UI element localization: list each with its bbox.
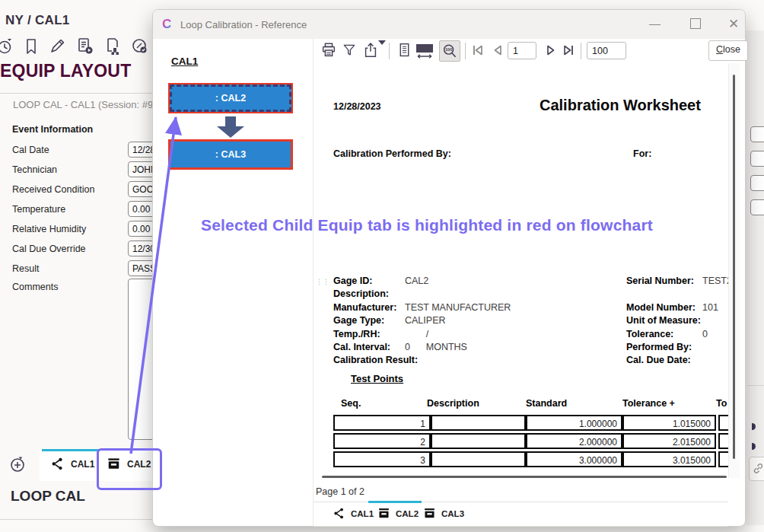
partial-field	[750, 199, 764, 215]
first-page-icon[interactable]	[471, 43, 485, 57]
screen: NY / CAL1 EQUIP LAYOUT LOOP CAL - CAL1 (…	[0, 0, 764, 532]
prev-page-icon[interactable]	[491, 43, 505, 57]
field-label-cal-due-override: Cal Due Override	[12, 244, 86, 254]
loop-calibration-dialog: C Loop Calibration - Reference — ✕ Close…	[152, 9, 746, 527]
toolbox-icon	[423, 507, 436, 520]
page-status: Page 1 of 2	[316, 486, 364, 497]
dialog-tab-cal3[interactable]: CAL3	[423, 507, 464, 520]
bookmark-icon[interactable]	[23, 37, 40, 56]
flowchart-node-cal3[interactable]: : CAL3	[168, 139, 293, 170]
flow-arrow-icon	[217, 116, 244, 138]
dialog-tab-cal1-label: CAL1	[351, 509, 374, 518]
link-button[interactable]	[749, 457, 764, 481]
report-title: Calibration Worksheet	[540, 97, 701, 114]
layout-flow-icon[interactable]	[103, 37, 122, 56]
col-header-description: Description	[427, 398, 479, 409]
divider	[747, 385, 764, 386]
flowchart-root-label: CAL1	[171, 56, 198, 67]
link-icon	[752, 462, 764, 475]
table-row: 3 3.000000 3.015000	[333, 451, 728, 467]
breadcrumb: NY / CAL1	[5, 13, 70, 28]
partial-field	[750, 151, 764, 167]
page-title: EQUIP LAYOUT	[0, 61, 131, 81]
dialog-tab-cal2-label: CAL2	[396, 509, 419, 518]
filter-icon[interactable]	[342, 43, 357, 58]
field-label-technician: Technician	[12, 164, 57, 175]
add-tab-button[interactable]	[9, 454, 29, 474]
zoom-100-icon[interactable]: 100	[439, 40, 460, 62]
dialog-tab-cal3-label: CAL3	[441, 509, 464, 518]
report-date: 12/28/2023	[333, 101, 381, 112]
history-icon[interactable]	[0, 37, 14, 56]
report-run-icon[interactable]	[76, 37, 94, 56]
gage-info-left: Gage ID:CAL2 Description: Manufacturer:T…	[333, 275, 511, 368]
drag-grip-icon[interactable]: ⋮⋮	[316, 280, 329, 284]
export-dropdown-caret-icon[interactable]	[378, 40, 386, 46]
page-number-input[interactable]	[508, 42, 536, 59]
col-header-tolerance-minus: To	[716, 398, 727, 409]
horizontal-scrollbar-thumb[interactable]	[322, 476, 727, 478]
partial-field	[750, 126, 764, 142]
flowchart-node-cal3-label: : CAL3	[215, 149, 246, 160]
close-window-button[interactable]: ✕	[728, 18, 739, 30]
next-page-icon[interactable]	[544, 43, 558, 57]
app-tab-cal1[interactable]: CAL1	[50, 457, 94, 471]
app-tab-cal1-label: CAL1	[71, 459, 94, 470]
page-width-icon[interactable]	[415, 42, 435, 59]
edit-icon[interactable]	[49, 37, 67, 56]
partial-field	[750, 175, 764, 191]
zoom-level-input[interactable]	[587, 42, 626, 59]
dialog-title-bar[interactable]: C Loop Calibration - Reference — ✕	[153, 10, 745, 39]
field-label-cal-date: Cal Date	[12, 145, 49, 155]
viewer-toolbar: 100	[316, 40, 742, 62]
col-header-standard: Standard	[526, 398, 567, 409]
flowchart-node-cal2-label: : CAL2	[170, 84, 291, 112]
col-header-seq: Seq.	[341, 398, 361, 409]
field-label-relative-humidity: Relative Humidity	[12, 224, 86, 234]
col-header-tolerance-plus: Tolerance +	[622, 398, 675, 409]
panel-divider	[313, 39, 314, 526]
test-points-title: Test Points	[351, 373, 403, 384]
page-view-icon[interactable]	[396, 42, 412, 59]
toolbox-icon	[377, 507, 390, 520]
field-label-temperature: Temperature	[12, 204, 65, 215]
test-points-table: 1 1.000000 1.015000 2 2.000000 2.015000 …	[333, 415, 728, 470]
last-page-icon[interactable]	[562, 43, 575, 57]
table-row: 2 2.000000 2.015000	[333, 433, 728, 449]
field-label-result: Result	[12, 263, 39, 274]
dialog-tab-cal1[interactable]: CAL1	[333, 507, 374, 520]
minimize-button[interactable]: —	[649, 18, 661, 29]
app-logo-icon: C	[162, 17, 171, 32]
svg-text:100: 100	[445, 47, 452, 52]
vertical-scrollbar-thumb[interactable]	[733, 75, 735, 459]
share-icon	[50, 457, 65, 471]
maximize-button[interactable]	[690, 18, 701, 29]
dialog-tab-strip	[314, 502, 728, 527]
print-icon[interactable]	[320, 42, 337, 59]
performed-by-label: Calibration Performed By:	[333, 148, 451, 159]
gage-info-right: Serial Number:TEST2 Model Number:101 Uni…	[626, 275, 728, 368]
annotation-text: Selected Child Equip tab is highlighted …	[201, 216, 653, 234]
table-row: 1 1.000000 1.015000	[333, 415, 728, 431]
annotation-highlight-box	[97, 448, 162, 490]
section-title: Event Information	[12, 124, 93, 135]
flowchart-node-cal2[interactable]: : CAL2	[168, 83, 293, 113]
field-label-received-condition: Received Condition	[12, 184, 94, 195]
dialog-tab-cal2[interactable]: CAL2	[377, 507, 419, 520]
right-strip	[746, 30, 764, 525]
share-icon	[333, 507, 345, 520]
approve-icon[interactable]	[131, 37, 149, 56]
report-page: 12/28/2023 Calibration Worksheet Calibra…	[314, 63, 728, 478]
export-icon[interactable]	[362, 42, 379, 59]
footer-title: LOOP CAL	[11, 488, 85, 505]
field-label-comments: Comments	[12, 282, 58, 292]
active-tab-indicator	[42, 449, 100, 451]
active-tab-indicator	[368, 501, 422, 503]
for-label: For:	[633, 148, 651, 159]
dialog-title: Loop Calibration - Reference	[180, 19, 307, 30]
